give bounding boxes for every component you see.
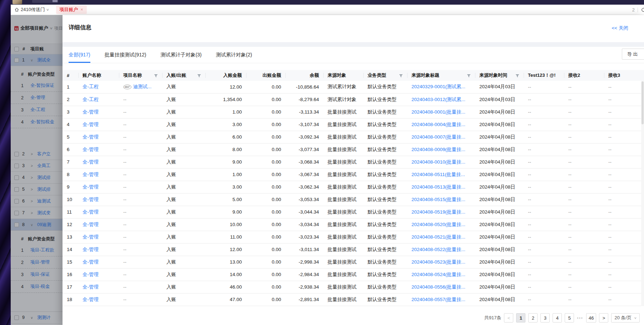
chevron-down-icon[interactable]: ∨: [46, 8, 49, 11]
account-link[interactable]: 全-管理: [83, 197, 99, 202]
chevron-right-icon[interactable]: >: [30, 199, 34, 203]
detail-tab-2[interactable]: 批量挂接测试(912): [105, 47, 146, 63]
account-link[interactable]: 全-管理: [83, 122, 99, 127]
title-link[interactable]: 20240408-0519(批量挂...: [411, 209, 465, 215]
sidebar-title-row[interactable]: 全部项目账户 ∨ 项目: [14, 25, 63, 31]
select-all-checkbox[interactable]: [14, 47, 19, 51]
row-checkbox[interactable]: [14, 58, 19, 62]
fund-type-link[interactable]: 全-管理: [30, 95, 45, 101]
scrollbar-thumb[interactable]: [641, 81, 644, 124]
detail-tab-1[interactable]: 全部(917): [69, 47, 90, 63]
page-button-3[interactable]: 3: [540, 313, 550, 322]
prev-page-button[interactable]: <: [504, 313, 513, 322]
filter-icon[interactable]: [467, 74, 471, 78]
account-group-link[interactable]: 测试变: [37, 210, 51, 216]
page-button-1[interactable]: 1: [516, 313, 525, 322]
chevron-right-icon[interactable]: >: [30, 164, 34, 168]
row-checkbox[interactable]: [14, 222, 19, 227]
detail-tab-3[interactable]: 测试累计子对象(3): [160, 47, 201, 63]
account-group-link[interactable]: 测试排: [37, 186, 51, 192]
topbar-input[interactable]: [32, 0, 58, 3]
fund-type-link[interactable]: 项目-保证: [30, 271, 50, 278]
page-button-2[interactable]: 2: [528, 313, 538, 322]
refresh-icon[interactable]: [641, 7, 644, 12]
drawer-close-link[interactable]: << 关闭: [611, 25, 628, 31]
chevron-down-icon[interactable]: ∨: [30, 316, 34, 320]
avatar[interactable]: [13, 0, 22, 4]
account-link[interactable]: 全-管理: [83, 147, 99, 152]
chevron-down-icon[interactable]: ∨: [30, 223, 34, 227]
account-link[interactable]: 全-管理: [83, 247, 99, 252]
account-link[interactable]: 全-管理: [83, 209, 99, 215]
account-link[interactable]: 全-管理: [83, 184, 99, 190]
sidebar-group-row-3[interactable]: 3>全局工: [11, 160, 63, 172]
sidebar-group-row-9[interactable]: 9∨测测计: [11, 312, 63, 324]
title-link[interactable]: 20240408-0007(批量挂...: [411, 134, 465, 140]
title-link[interactable]: 20240408-0511(批量挂...: [411, 172, 465, 177]
account-link[interactable]: 全-管理: [83, 259, 99, 265]
title-link[interactable]: 20240408-0523(批量挂...: [411, 259, 465, 265]
account-link[interactable]: 全-管理: [83, 159, 99, 165]
account-link[interactable]: 全-管理: [83, 234, 99, 240]
fund-type-link[interactable]: 项目-工程款: [30, 247, 54, 253]
export-button[interactable]: 导 出: [622, 49, 644, 60]
sidebar-group-row-1[interactable]: 1∨测试全: [11, 54, 63, 66]
title-link[interactable]: 20240408-0009(批量挂...: [411, 147, 465, 152]
filter-icon[interactable]: [399, 74, 403, 78]
row-checkbox[interactable]: [14, 175, 19, 180]
more-pages-ellipsis[interactable]: •••: [577, 316, 583, 320]
detail-tab-4[interactable]: 测试累计对象(2): [216, 47, 252, 63]
topbar-input-button[interactable]: [53, 0, 58, 2]
page-button-5[interactable]: 5: [565, 313, 574, 322]
sidebar-group-row-5[interactable]: 5>测试排: [11, 184, 63, 195]
sidebar-group-row-4[interactable]: 4>测试排: [11, 172, 63, 184]
row-checkbox[interactable]: [14, 187, 19, 192]
filter-icon[interactable]: [515, 74, 519, 78]
account-group-link[interactable]: 测试全: [37, 57, 51, 63]
vertical-scrollbar[interactable]: [641, 81, 644, 306]
fund-type-link[interactable]: 项目-税金: [30, 284, 50, 290]
title-link[interactable]: 20240408-0515(批量挂...: [411, 197, 465, 202]
sidebar-group-row-2[interactable]: 2>客户立: [11, 148, 63, 160]
fund-type-link[interactable]: 全-暂扣税金: [30, 119, 54, 125]
title-link[interactable]: 20240408-0001(批量挂...: [411, 109, 465, 115]
title-link[interactable]: 20240408-0010(批量挂...: [411, 159, 465, 165]
account-group-link[interactable]: 客户立: [37, 151, 51, 157]
account-group-link[interactable]: 09迪测: [37, 222, 51, 228]
chevron-right-icon[interactable]: >: [30, 176, 34, 180]
account-link[interactable]: 全-管理: [83, 297, 99, 302]
title-link[interactable]: 20240408-0521(批量挂...: [411, 234, 465, 240]
tab-project-accounts[interactable]: 项目账户 ×: [56, 5, 87, 14]
account-link[interactable]: 全-管理: [83, 272, 99, 277]
close-tab-icon[interactable]: ×: [81, 7, 83, 12]
account-link[interactable]: 全-管理: [83, 284, 99, 290]
title-link[interactable]: 20240403-0012(测试累...: [411, 97, 465, 102]
page-button-46[interactable]: 46: [586, 313, 596, 322]
title-link[interactable]: 20240408-0520(批量挂...: [411, 222, 465, 227]
chevron-right-icon[interactable]: >: [30, 152, 34, 156]
account-link[interactable]: 全-管理: [83, 134, 99, 140]
chevron-down-icon[interactable]: ∨: [50, 26, 53, 30]
fund-type-link[interactable]: 全-工程: [30, 107, 45, 113]
row-checkbox[interactable]: [14, 315, 19, 320]
row-checkbox[interactable]: [14, 211, 19, 215]
row-checkbox[interactable]: [14, 199, 19, 204]
title-link[interactable]: 20240408-0522(批量挂...: [411, 247, 465, 252]
account-link[interactable]: 全-工程: [83, 84, 99, 89]
title-link[interactable]: 20240408-0004(批量挂...: [411, 122, 465, 127]
chevron-down-icon[interactable]: ∨: [30, 58, 34, 62]
title-link[interactable]: 20240408-0556(批量挂...: [411, 284, 465, 290]
title-link[interactable]: 20240408-0524(批量挂...: [411, 272, 465, 277]
sidebar-group-row-6[interactable]: 6>迪测试: [11, 195, 63, 207]
page-button-4[interactable]: 4: [553, 313, 562, 322]
title-link[interactable]: 20240408-0557(批量挂...: [411, 297, 465, 302]
fund-type-link[interactable]: 项目-管理: [30, 259, 50, 265]
filter-icon[interactable]: [154, 74, 158, 78]
row-checkbox[interactable]: [14, 152, 19, 156]
sidebar-group-row-7[interactable]: 7>测试变: [11, 207, 63, 219]
filter-icon[interactable]: [197, 74, 201, 78]
page-size-select[interactable]: 20 条/页∨: [611, 313, 640, 322]
account-link[interactable]: 全-管理: [83, 109, 99, 115]
account-group-link[interactable]: 测试排: [37, 175, 51, 181]
home-tab[interactable]: 2410传送门 ∨: [14, 6, 49, 13]
